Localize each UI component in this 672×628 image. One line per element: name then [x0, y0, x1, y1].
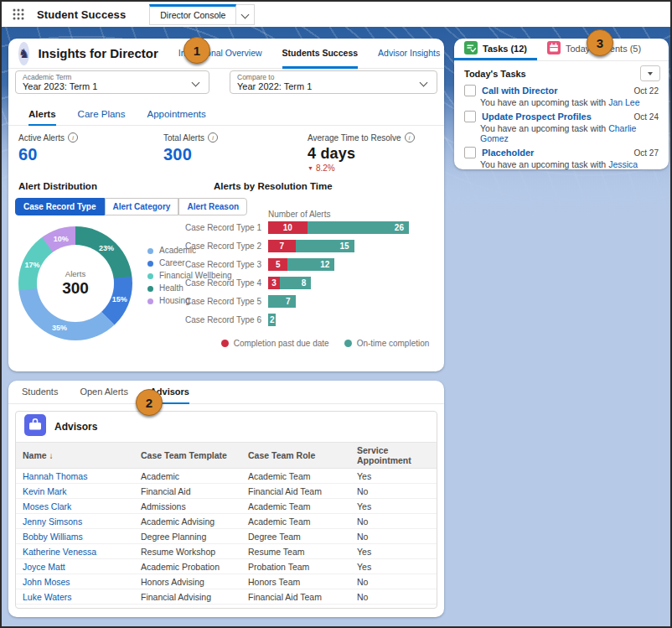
donut-center: Alerts 300	[37, 245, 114, 322]
kpi-average-time-to-resolve: Average Time to Resolvei4 days▼8.2%	[308, 132, 437, 173]
record-link[interactable]: Luke Waters	[23, 592, 72, 602]
table-cell: Degree Team	[241, 529, 350, 544]
task-contact-link[interactable]: Jan Lee	[608, 97, 639, 107]
app-name: Student Success	[37, 8, 126, 21]
legend-dot	[147, 286, 153, 292]
donut-center-label: Alerts	[65, 269, 85, 278]
bar-legend: Completion past due dateOn-time completi…	[213, 339, 437, 348]
kpi-value: 300	[163, 145, 308, 164]
record-link[interactable]: Hannah Thomas	[23, 471, 87, 481]
task-link[interactable]: Call with Director	[482, 86, 628, 96]
legend-label: Health	[159, 283, 184, 293]
button-alert-reason[interactable]: Alert Reason	[178, 198, 247, 215]
task-title-row: Update Prospect ProfilesOct 24	[464, 111, 659, 122]
task-contact-link[interactable]: Jessica Jones	[480, 159, 638, 169]
legend-dot	[147, 298, 153, 304]
donut-center-value: 300	[62, 279, 89, 298]
app-launcher-icon[interactable]	[12, 8, 25, 21]
table-cell: Yes	[350, 605, 437, 610]
record-link[interactable]: Katherine Venessa	[23, 547, 96, 557]
table-cell: Financial Aid	[134, 484, 241, 499]
table-row: Kevin MarkFinancial AidFinancial Aid Tea…	[16, 484, 437, 499]
column-header-case-team-role[interactable]: Case Team Role	[241, 443, 350, 469]
task-link[interactable]: Update Prospect Profiles	[482, 112, 628, 122]
table-cell: Yes	[350, 559, 437, 574]
subtab-appointments[interactable]: Appointments	[147, 104, 206, 126]
bar-segment-completion-past-due-date: 5	[268, 258, 287, 271]
filter-compare-to[interactable]: Compare toYear 2022: Term 1	[230, 70, 437, 94]
kpi-value: 60	[18, 145, 163, 164]
task-date: Oct 27	[634, 148, 659, 158]
kpi-row: Active Alertsi60Total Alertsi300Average …	[18, 132, 437, 173]
table-cell: No	[350, 529, 437, 544]
column-header-name[interactable]: Name↓	[16, 443, 134, 469]
tab-open-alerts[interactable]: Open Alerts	[80, 381, 127, 404]
table-row: Joyce MattAcademic ProbationProbation Te…	[16, 559, 437, 574]
donut-segment-label-housing: 10%	[54, 235, 69, 243]
filter-label: Academic Term	[23, 73, 187, 81]
annotation-badge-2: 2	[136, 389, 163, 416]
bar-segment-on-time-completion: 8	[280, 277, 311, 289]
tab-tasks-12[interactable]: Tasks (12)	[454, 39, 537, 60]
column-header-service-appointment[interactable]: Service Appointment	[350, 443, 437, 469]
tab-advisor-insights[interactable]: Advisor Insights	[378, 39, 440, 69]
task-list: Call with DirectorOct 22You have an upco…	[454, 83, 669, 169]
task-item: PlaceholderOct 27You have an upcoming ta…	[454, 145, 669, 169]
bar-category-label: Case Record Type 1	[184, 223, 261, 232]
bar-category-label: Case Record Type 3	[184, 260, 261, 269]
legend-dot	[344, 340, 352, 347]
kpi-label: Total Alertsi	[163, 132, 308, 143]
bar-segment-completion-past-due-date: 7	[268, 240, 296, 252]
bar-segment-on-time-completion: 2	[268, 314, 276, 326]
global-nav-bar: Student Success Director Console	[2, 2, 670, 27]
column-header-case-team-template[interactable]: Case Team Template	[134, 443, 241, 469]
bar-row: Case Record Type 11026	[184, 221, 409, 234]
legend-dot	[147, 273, 153, 279]
table-cell: Probation Team	[241, 559, 350, 574]
page-title: Insights for Director	[38, 46, 158, 60]
subtab-alerts[interactable]: Alerts	[28, 104, 56, 126]
record-link[interactable]: Jenny Simsons	[23, 516, 82, 527]
table-cell: Honors Team	[241, 574, 350, 589]
task-subtext: You have an upcoming task with Jan Lee	[480, 97, 659, 107]
record-link[interactable]: Rehana Khan	[23, 607, 76, 610]
console-tab-director[interactable]: Director Console	[149, 4, 236, 25]
task-contact-link[interactable]: Charlie Gomez	[480, 123, 636, 143]
tasks-filter-button[interactable]	[640, 65, 660, 81]
legend-item-completion-past-due-date: Completion past due date	[221, 339, 329, 348]
task-checkbox[interactable]	[464, 85, 476, 96]
task-item: Update Prospect ProfilesOct 24You have a…	[454, 109, 669, 143]
table-cell: Moses Clark	[16, 499, 134, 514]
task-icon	[464, 41, 478, 56]
subtab-care-plans[interactable]: Care Plans	[78, 104, 126, 126]
console-tab-menu[interactable]	[236, 4, 255, 25]
task-link[interactable]: Placeholder	[482, 148, 628, 158]
table-cell: No	[350, 589, 437, 605]
table-cell: Resume Team	[241, 544, 350, 559]
task-checkbox[interactable]	[464, 111, 476, 122]
bar-value-label: 7	[286, 297, 291, 306]
tab-students-success[interactable]: Students Success	[282, 39, 358, 69]
tab-students[interactable]: Students	[22, 381, 58, 404]
tab-label: Tasks (12)	[483, 44, 527, 54]
table-cell: Degree Planning	[134, 529, 241, 544]
filter-academic-term[interactable]: Academic TermYear 2023: Term 1	[15, 70, 209, 94]
button-alert-category[interactable]: Alert Category	[105, 198, 179, 215]
bar-row: Case Record Type 57	[184, 295, 409, 308]
record-link[interactable]: John Moses	[23, 577, 70, 587]
bar-segment-on-time-completion: 15	[296, 240, 354, 252]
legend-label: On-time completion	[357, 339, 430, 348]
record-link[interactable]: Moses Clark	[23, 501, 71, 511]
table-cell: Honors Advising	[134, 574, 241, 589]
table-cell: No	[350, 514, 437, 529]
record-link[interactable]: Bobby Williams	[23, 532, 83, 542]
bar-value-label: 10	[283, 223, 292, 232]
table-cell: Jenny Simsons	[16, 514, 134, 529]
record-link[interactable]: Joyce Matt	[23, 562, 65, 572]
record-link[interactable]: Kevin Mark	[23, 486, 67, 496]
button-case-record-type[interactable]: Case Record Type	[15, 198, 105, 215]
task-title-row: Call with DirectorOct 22	[464, 85, 659, 96]
bar-value-label: 15	[340, 241, 349, 251]
task-checkbox[interactable]	[464, 147, 476, 158]
donut-chart: 23%15%35%17%10% Alerts 300	[18, 226, 132, 340]
